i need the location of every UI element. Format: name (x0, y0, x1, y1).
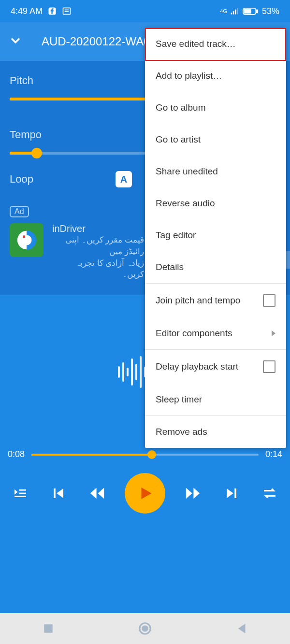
checkbox-icon (263, 360, 276, 373)
svg-point-20 (143, 626, 147, 631)
menu-editor-components[interactable]: Editor components (145, 317, 286, 349)
svg-rect-4 (231, 13, 232, 14)
nav-recent[interactable] (41, 621, 56, 636)
menu-tag-editor[interactable]: Tag editor (145, 219, 286, 251)
status-time: 4:49 AM (11, 6, 43, 16)
pitch-label: Pitch (10, 74, 33, 87)
svg-rect-12 (23, 235, 25, 238)
chevron-right-icon (272, 330, 276, 336)
menu-reverse[interactable]: Reverse audio (145, 187, 286, 219)
menu-add-playlist[interactable]: Add to playlist… (145, 60, 286, 92)
ad-desc-2: زیادہ آزادی کا تجربہ کریں۔ (52, 258, 144, 281)
loop-label: Loop (10, 173, 33, 186)
svg-rect-10 (245, 9, 251, 13)
time-total: 0:14 (265, 449, 282, 459)
status-bar: 4:49 AM 4G 53% (0, 0, 290, 22)
menu-remove-ads[interactable]: Remove ads (145, 416, 286, 448)
ad-badge: Ad (10, 206, 29, 217)
context-menu: Save edited track… Add to playlist… Go t… (145, 28, 286, 448)
svg-rect-13 (19, 489, 26, 491)
svg-rect-15 (14, 496, 26, 498)
facebook-icon (47, 6, 57, 16)
queue-button[interactable] (10, 483, 31, 504)
playback-controls (0, 459, 290, 514)
menu-delay[interactable]: Delay playback start (145, 350, 286, 384)
menu-goto-album[interactable]: Go to album (145, 92, 286, 124)
tempo-label: Tempo (10, 129, 42, 141)
loop-a-button[interactable]: A (116, 171, 132, 187)
collapse-button[interactable] (9, 33, 22, 50)
menu-save[interactable]: Save edited track… (145, 28, 286, 60)
menu-sleep-timer[interactable]: Sleep timer (145, 384, 286, 415)
svg-rect-17 (234, 488, 236, 498)
progress-bar[interactable] (31, 454, 259, 456)
ad-app-icon (10, 223, 44, 257)
svg-rect-5 (233, 11, 234, 14)
menu-share[interactable]: Share unedited (145, 156, 286, 187)
time-elapsed: 0:08 (8, 449, 25, 459)
signal-icon (230, 6, 240, 16)
rewind-button[interactable] (87, 483, 108, 504)
svg-rect-9 (256, 10, 258, 13)
menu-join[interactable]: Join pitch and tempo (145, 284, 286, 317)
play-button[interactable] (125, 473, 165, 514)
menu-goto-artist[interactable]: Go to artist (145, 124, 286, 156)
svg-rect-7 (237, 8, 238, 14)
svg-rect-18 (44, 624, 53, 633)
menu-details[interactable]: Details (145, 251, 286, 283)
battery-icon (243, 6, 259, 16)
progress-row: 0:08 0:14 (0, 449, 290, 459)
prev-track-button[interactable] (48, 483, 69, 504)
track-title: AUD-20200122-WA0 (42, 35, 150, 48)
checkbox-icon (263, 294, 276, 307)
news-icon (62, 6, 72, 16)
repeat-button[interactable] (259, 483, 280, 504)
battery-pct: 53% (262, 6, 279, 16)
nav-bar (0, 613, 290, 644)
svg-rect-14 (19, 493, 26, 494)
forward-button[interactable] (182, 483, 203, 504)
ad-title: inDriver (52, 223, 144, 234)
svg-rect-16 (54, 488, 56, 498)
nav-home[interactable] (138, 621, 152, 636)
svg-rect-6 (235, 10, 236, 14)
network-label: 4G (220, 8, 227, 14)
next-track-button[interactable] (221, 483, 242, 504)
nav-back[interactable] (234, 621, 249, 636)
ad-desc-1: قیمت مقرر کریں۔ اپنی رائیڈز میں (52, 234, 144, 258)
